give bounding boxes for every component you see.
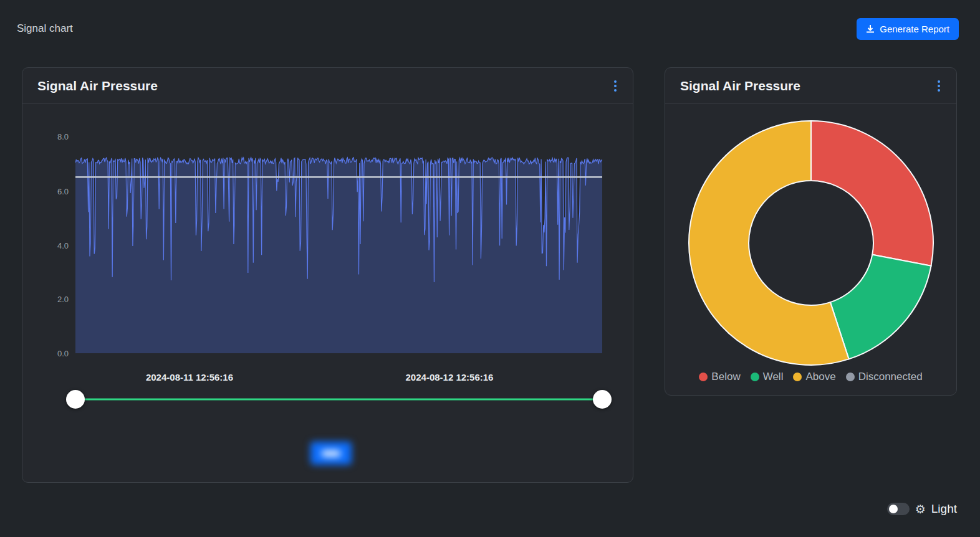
legend-item-well[interactable]: Well (751, 371, 784, 383)
slider-handle-min[interactable] (66, 390, 85, 409)
y-tick: 2.0 (40, 295, 69, 304)
legend-label-well: Well (763, 371, 784, 383)
toggle-knob (889, 505, 898, 513)
kebab-menu-icon[interactable] (610, 78, 620, 94)
line-chart-card: Signal Air Pressure 8.0 6.0 4.0 2.0 0.0 … (22, 67, 633, 483)
generate-report-button[interactable]: Generate Report (857, 18, 959, 40)
kebab-menu-icon[interactable] (934, 78, 944, 94)
y-tick: 6.0 (40, 187, 69, 196)
legend-dot-below (699, 373, 708, 381)
top-bar: Signal chart Generate Report (17, 14, 959, 44)
legend-item-below[interactable]: Below (699, 371, 740, 383)
theme-toggle[interactable] (887, 503, 910, 515)
area-fill (75, 158, 602, 353)
legend-item-above[interactable]: Above (793, 371, 835, 383)
line-card-title: Signal Air Pressure (37, 78, 158, 93)
donut-segment-below[interactable] (811, 121, 933, 266)
x-tick-end: 2024-08-12 12:56:16 (406, 372, 494, 383)
donut-segment-well[interactable] (830, 255, 931, 359)
theme-label: Light (931, 502, 957, 516)
dashboard: Signal chart Generate Report Signal Air … (0, 0, 980, 537)
line-chart-body: 8.0 6.0 4.0 2.0 0.0 2024-08-11 12:56:16 … (22, 104, 633, 482)
legend-dot-above (793, 373, 802, 381)
donut-card-title: Signal Air Pressure (680, 78, 800, 93)
page-title: Signal chart (17, 22, 73, 35)
slider-track[interactable] (75, 399, 602, 401)
legend-dot-disconnected (846, 373, 855, 381)
donut-chart-card: Signal Air Pressure Below Well Above (665, 67, 957, 396)
legend-label-above: Above (805, 371, 835, 383)
gear-icon: ⚙ (915, 503, 926, 515)
slider-handle-max[interactable] (593, 390, 612, 409)
donut-legend: Below Well Above Disconnected (665, 371, 956, 383)
x-tick-start: 2024-08-11 12:56:16 (146, 372, 233, 383)
legend-label-disconnected: Disconnected (858, 371, 923, 383)
signal-line-chart[interactable] (75, 136, 602, 353)
y-tick: 4.0 (40, 241, 69, 250)
theme-switcher: ⚙ Light (887, 502, 957, 516)
legend-label-below: Below (711, 371, 740, 383)
time-range-slider (75, 390, 602, 409)
status-donut-chart (686, 118, 936, 368)
legend-item-disconnected[interactable]: Disconnected (846, 371, 923, 383)
donut-chart-body: Below Well Above Disconnected (665, 104, 956, 395)
legend-dot-well (751, 373, 759, 381)
donut-card-header: Signal Air Pressure (665, 68, 956, 104)
y-tick: 0.0 (40, 349, 69, 358)
line-card-header: Signal Air Pressure (22, 68, 633, 104)
redacted-button-label (322, 450, 340, 457)
download-icon (866, 24, 875, 33)
y-tick: 8.0 (40, 132, 69, 141)
generate-report-label: Generate Report (880, 24, 949, 34)
redacted-button[interactable] (310, 442, 352, 465)
